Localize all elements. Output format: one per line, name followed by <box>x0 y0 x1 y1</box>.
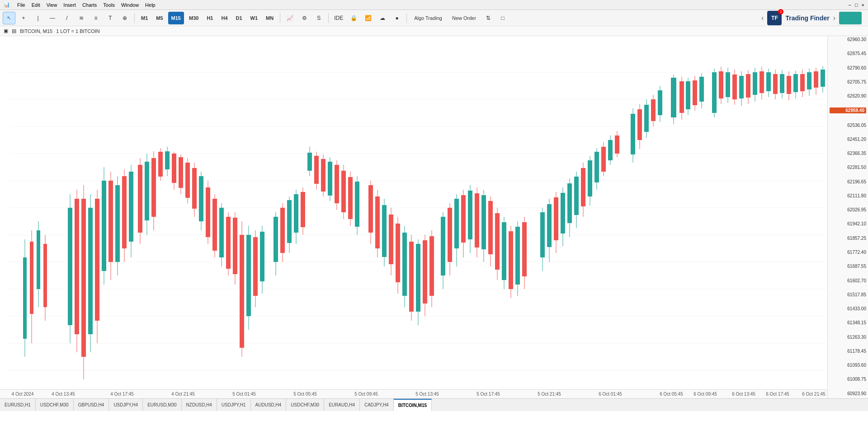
nav-left-arrow[interactable]: ‹ <box>761 14 764 22</box>
svg-rect-36 <box>115 185 120 262</box>
tab-euraud-h4[interactable]: EURAUD,H4 <box>324 399 360 411</box>
bottom-tabs[interactable]: EURUSD,H1 USDCHF,M30 GBPUSD,H4 USDJPY,H4… <box>0 398 868 411</box>
menu-help[interactable]: Help <box>145 2 156 8</box>
tf-m30[interactable]: M30 <box>186 12 202 24</box>
tab-usdjpy-h4[interactable]: USDJPY,H4 <box>109 399 143 411</box>
tab-nzdusd-h4[interactable]: NZDUSD,H4 <box>182 399 217 411</box>
tf-h1[interactable]: H1 <box>203 12 216 24</box>
menu-window[interactable]: Window <box>121 2 139 8</box>
menu-tools[interactable]: Tools <box>103 2 115 8</box>
svg-rect-184 <box>658 90 662 115</box>
tf-m1[interactable]: M1 <box>138 12 151 24</box>
time-label-6: 5 Oct 09:45 <box>354 392 378 397</box>
menu-view[interactable]: View <box>47 2 57 8</box>
time-label-7: 5 Oct 13:45 <box>415 392 439 397</box>
time-label-9: 5 Oct 21:45 <box>538 392 561 397</box>
tf-d1[interactable]: D1 <box>233 12 245 24</box>
sep2 <box>280 13 280 23</box>
tf-m15[interactable]: M15 <box>168 12 184 24</box>
tab-cadjpy-h4[interactable]: CADJPY,H4 <box>360 399 394 411</box>
nav-right-arrow[interactable]: › <box>833 14 835 22</box>
tf-m5[interactable]: M5 <box>153 12 166 24</box>
text-tool[interactable]: T <box>104 12 117 24</box>
tf-h4[interactable]: H4 <box>218 12 231 24</box>
new-order-label: New Order <box>452 15 476 21</box>
svg-rect-178 <box>637 109 642 140</box>
svg-rect-18 <box>37 230 40 289</box>
tab-eurusd-m30[interactable]: EURUSD,M30 <box>143 399 181 411</box>
svg-rect-70 <box>233 218 237 274</box>
algo-trading-btn[interactable]: Algo Trading <box>410 12 446 24</box>
tab-gbpusd-h4[interactable]: GBPUSD,H4 <box>74 399 109 411</box>
svg-rect-100 <box>341 171 346 212</box>
minimize-btn[interactable]: − <box>848 2 851 8</box>
svg-rect-166 <box>588 160 592 196</box>
svg-rect-142 <box>495 213 500 270</box>
svg-rect-204 <box>739 76 744 98</box>
svg-rect-96 <box>328 162 332 196</box>
svg-rect-64 <box>212 199 217 251</box>
svg-rect-214 <box>773 74 778 94</box>
sep1 <box>134 13 135 23</box>
svg-rect-48 <box>158 152 163 177</box>
terminal-btn[interactable]: □ <box>496 12 509 24</box>
tab-eurusd-h1[interactable]: EURUSD,H1 <box>0 399 36 411</box>
chart-type-btn[interactable]: 📈 <box>283 12 296 24</box>
ide-btn[interactable]: IDE <box>332 12 345 24</box>
menu-edit[interactable]: Edit <box>32 2 40 8</box>
cloud-btn[interactable]: ☁ <box>376 12 389 24</box>
price-level-25: 60923.90 <box>830 391 866 396</box>
svg-rect-224 <box>807 72 811 89</box>
price-level-2: 62875.45 <box>830 51 866 56</box>
svg-rect-30 <box>95 199 99 321</box>
channel-tool[interactable]: ≋ <box>75 12 88 24</box>
menu-charts[interactable]: Charts <box>82 2 97 8</box>
menu-bar[interactable]: File Edit View Insert Charts Tools Windo… <box>17 2 156 8</box>
price-level-21: 61263.30 <box>830 335 866 340</box>
tab-usdchf-m30[interactable]: USDCHF,M30 <box>36 399 74 411</box>
svg-rect-84 <box>287 200 292 243</box>
time-label-1: 4 Oct 13:45 <box>52 392 75 397</box>
depth-market-btn[interactable]: ⇅ <box>482 12 495 24</box>
svg-rect-92 <box>314 156 319 184</box>
svg-rect-190 <box>686 81 690 109</box>
signal-btn[interactable]: 📶 <box>362 12 374 24</box>
menu-file[interactable]: File <box>17 2 25 8</box>
trend-line-tool[interactable]: / <box>61 12 73 24</box>
time-label-12: 6 Oct 09:45 <box>693 392 717 397</box>
template-btn[interactable]: S <box>312 12 325 24</box>
lot-info: 1 LOT = 1 BITCOIN <box>56 28 100 34</box>
svg-rect-86 <box>294 194 298 233</box>
fib-tool[interactable]: ≡ <box>90 12 102 24</box>
market-btn[interactable]: ● <box>391 12 403 24</box>
svg-rect-66 <box>219 208 224 257</box>
lock-btn[interactable]: 🔒 <box>347 12 360 24</box>
price-level-8: 62366.35 <box>830 151 866 156</box>
svg-rect-116 <box>402 233 407 296</box>
tf-w1[interactable]: W1 <box>247 12 261 24</box>
price-level-19: 61433.00 <box>830 306 866 311</box>
svg-rect-226 <box>814 71 818 88</box>
cursor-tool[interactable]: ↖ <box>3 12 15 24</box>
horizontal-line-tool[interactable]: — <box>46 12 59 24</box>
tab-usdchf2-m30[interactable]: USDCHF,M30 <box>286 399 324 411</box>
shapes-tool[interactable]: ⊕ <box>118 12 131 24</box>
close-btn[interactable]: × <box>862 2 864 8</box>
vertical-line-tool[interactable]: | <box>32 12 44 24</box>
maximize-btn[interactable]: □ <box>855 2 858 8</box>
chart-settings-btn[interactable]: ⚙ <box>298 12 311 24</box>
price-level-4: 62705.75 <box>830 79 866 84</box>
tf-mn[interactable]: MN <box>263 12 277 24</box>
tab-usdjpy-h1[interactable]: USDJPY,H1 <box>217 399 251 411</box>
new-order-btn[interactable]: New Order <box>448 12 480 24</box>
svg-rect-22 <box>68 208 72 325</box>
tab-bitcoin-m15[interactable]: BITCOIN,M15 <box>394 399 432 411</box>
svg-rect-76 <box>253 237 258 296</box>
tab-audusd-h4[interactable]: AUDUSD,H4 <box>251 399 287 411</box>
price-level-24: 61008.75 <box>830 377 866 382</box>
menu-insert[interactable]: Insert <box>63 2 76 8</box>
crosshair-tool[interactable]: + <box>17 12 30 24</box>
svg-rect-88 <box>301 192 305 227</box>
svg-rect-56 <box>185 163 190 198</box>
window-controls[interactable]: − □ × <box>848 2 864 8</box>
